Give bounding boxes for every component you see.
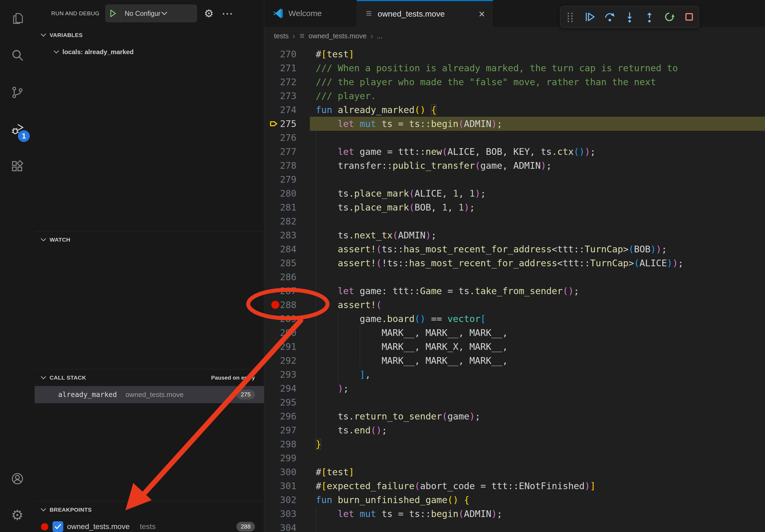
line-number[interactable]: 298 — [275, 437, 297, 451]
line-number[interactable]: 300 — [275, 465, 297, 479]
line-number[interactable]: 274 — [275, 103, 297, 117]
code-line-303[interactable]: 303 let mut ts = ts::begin(ADMIN); — [264, 507, 765, 521]
code-line-292[interactable]: 292 MARK__, MARK__, MARK__, — [264, 354, 765, 368]
line-number[interactable]: 283 — [275, 228, 297, 242]
line-content[interactable]: #[test] — [310, 47, 765, 61]
line-content[interactable]: let game = ttt::new(ALICE, BOB, KEY, ts.… — [310, 145, 765, 158]
line-content[interactable]: fun already_marked() { — [310, 103, 765, 117]
code-line-271[interactable]: 271/// When a position is already marked… — [264, 61, 765, 75]
code-line-286[interactable]: 286 — [264, 270, 765, 284]
code-line-288[interactable]: 288 assert!( — [264, 298, 765, 312]
line-content[interactable]: ts.next_tx(ADMIN); — [310, 228, 765, 242]
line-content[interactable]: ], — [310, 368, 765, 382]
code-line-277[interactable]: 277 let game = ttt::new(ALICE, BOB, KEY,… — [264, 145, 765, 158]
line-content[interactable]: MARK__, MARK__, MARK__, — [310, 354, 765, 368]
line-content[interactable]: assert!(!ts::has_most_recent_for_address… — [310, 256, 765, 270]
line-content[interactable] — [310, 214, 765, 228]
line-content[interactable]: ts.return_to_sender(game); — [310, 409, 765, 423]
line-content[interactable]: MARK__, MARK__, MARK__, — [310, 326, 765, 340]
line-content[interactable]: game.board() == vector[ — [310, 312, 765, 326]
line-number[interactable]: 292 — [275, 354, 297, 368]
debug-settings-gear-icon[interactable]: ⚙ — [204, 7, 214, 20]
code-line-280[interactable]: 280 ts.place_mark(ALICE, 1, 1); — [264, 186, 765, 200]
step-over-icon[interactable] — [601, 8, 618, 25]
source-control-icon[interactable] — [0, 74, 35, 111]
line-number[interactable]: 272 — [275, 75, 297, 89]
breakpoint-row[interactable]: owned_tests.move tests 288 — [35, 518, 264, 532]
code-line-302[interactable]: 302fun burn_unfinished_game() { — [264, 493, 765, 507]
line-number[interactable]: 270 — [275, 47, 297, 61]
line-content[interactable]: ts.place_mark(ALICE, 1, 1); — [310, 186, 765, 200]
line-number[interactable]: 304 — [275, 521, 297, 532]
code-line-301[interactable]: 301#[expected_failure(abort_code = ttt::… — [264, 479, 765, 493]
code-line-274[interactable]: 274fun already_marked() { — [264, 103, 765, 117]
line-number[interactable]: 285 — [275, 256, 297, 270]
line-number[interactable]: 281 — [275, 200, 297, 214]
line-content[interactable]: ts.end(); — [310, 423, 765, 437]
line-number[interactable]: 289 — [275, 312, 297, 326]
line-content[interactable]: fun burn_unfinished_game() { — [310, 493, 765, 507]
line-number[interactable]: 282 — [275, 214, 297, 228]
line-content[interactable]: } — [310, 437, 765, 451]
variables-scope-locals[interactable]: locals: already_marked — [35, 43, 264, 61]
code-line-296[interactable]: 296 ts.return_to_sender(game); — [264, 409, 765, 423]
line-number[interactable]: 297 — [275, 423, 297, 437]
settings-gear-icon[interactable]: ⚙ — [0, 497, 35, 532]
line-content[interactable] — [310, 451, 765, 465]
watch-section-header[interactable]: WATCH — [35, 231, 264, 248]
debug-config-dropdown[interactable]: No Configur — [105, 5, 197, 22]
line-number[interactable]: 280 — [275, 186, 297, 200]
code-line-295[interactable]: 295 — [264, 396, 765, 409]
line-content[interactable] — [310, 131, 765, 145]
line-number[interactable]: 302 — [275, 493, 297, 507]
tab-welcome[interactable]: Welcome — [264, 0, 357, 27]
step-into-icon[interactable] — [621, 8, 638, 25]
code-line-297[interactable]: 297 ts.end(); — [264, 423, 765, 437]
stop-icon[interactable] — [681, 8, 698, 25]
close-icon[interactable]: × — [479, 9, 485, 19]
code-line-298[interactable]: 298} — [264, 437, 765, 451]
code-editor[interactable]: 270#[test]271/// When a position is alre… — [264, 45, 765, 532]
breakpoints-section-header[interactable]: BREAKPOINTS — [35, 501, 264, 518]
line-content[interactable]: let game: ttt::Game = ts.take_from_sende… — [310, 284, 765, 298]
breadcrumb-symbol[interactable]: ... — [377, 32, 383, 40]
line-number[interactable]: 290 — [275, 326, 297, 340]
line-content[interactable]: ); — [310, 382, 765, 396]
variables-section-header[interactable]: VARIABLES — [35, 27, 264, 43]
line-number[interactable]: 277 — [275, 145, 297, 158]
tab-owned-tests[interactable]: owned_tests.move × — [357, 0, 493, 27]
explorer-icon[interactable] — [0, 0, 35, 37]
line-number[interactable]: 276 — [275, 131, 297, 145]
code-line-273[interactable]: 273/// player. — [264, 89, 765, 103]
code-line-291[interactable]: 291 MARK__, MARK_X, MARK__, — [264, 340, 765, 354]
code-line-276[interactable]: 276 — [264, 131, 765, 145]
code-line-300[interactable]: 300#[test] — [264, 465, 765, 479]
run-and-debug-icon[interactable]: 1 — [0, 111, 35, 148]
line-content[interactable] — [310, 172, 765, 186]
line-number[interactable]: 294 — [275, 382, 297, 396]
line-number[interactable]: 286 — [275, 270, 297, 284]
code-line-299[interactable]: 299 — [264, 451, 765, 465]
line-number[interactable]: 291 — [275, 340, 297, 354]
line-number[interactable]: 299 — [275, 451, 297, 465]
breadcrumb-file[interactable]: owned_tests.move — [309, 32, 367, 40]
code-line-294[interactable]: 294 ); — [264, 382, 765, 396]
line-number[interactable]: 296 — [275, 409, 297, 423]
extensions-icon[interactable] — [0, 148, 35, 185]
call-stack-section-header[interactable]: CALL STACK Paused on entry — [35, 370, 264, 386]
code-line-275[interactable]: 275 let mut ts = ts::begin(ADMIN); — [264, 117, 765, 131]
line-content[interactable]: /// player. — [310, 89, 765, 103]
search-icon[interactable] — [0, 37, 35, 74]
account-icon[interactable] — [0, 460, 35, 497]
line-number[interactable]: 293 — [275, 368, 297, 382]
line-content[interactable] — [310, 396, 765, 409]
line-number[interactable]: 295 — [275, 396, 297, 409]
restart-icon[interactable] — [661, 8, 678, 25]
line-content[interactable]: assert!(ts::has_most_recent_for_address<… — [310, 242, 765, 256]
line-number[interactable]: 284 — [275, 242, 297, 256]
code-line-278[interactable]: 278 transfer::public_transfer(game, ADMI… — [264, 158, 765, 172]
line-number[interactable]: 273 — [275, 89, 297, 103]
code-line-281[interactable]: 281 ts.place_mark(BOB, 1, 1); — [264, 200, 765, 214]
line-content[interactable]: MARK__, MARK_X, MARK__, — [310, 340, 765, 354]
line-content[interactable]: /// When a position is already marked, t… — [310, 61, 765, 75]
